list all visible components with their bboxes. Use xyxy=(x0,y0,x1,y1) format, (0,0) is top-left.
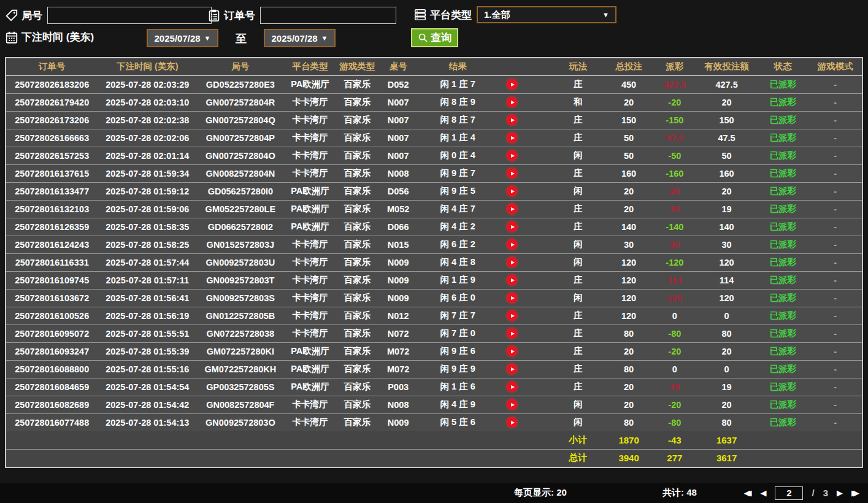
play-video-icon[interactable] xyxy=(507,221,517,232)
cell-play: 庄 xyxy=(551,218,604,236)
order-no-input[interactable] xyxy=(260,7,396,24)
current-page-input[interactable]: 2 xyxy=(775,486,803,500)
cell-game-type: 百家乐 xyxy=(336,75,378,93)
play-video-icon[interactable] xyxy=(507,204,517,214)
search-button-wrap: 查询 xyxy=(411,28,458,47)
cell-play: 庄 xyxy=(551,75,604,93)
prev-page-button[interactable]: ◀ xyxy=(760,489,766,497)
cell-total-bet: 80 xyxy=(604,324,653,342)
cell-game-type: 百家乐 xyxy=(336,129,378,147)
play-video-icon[interactable] xyxy=(507,132,517,143)
play-video-icon[interactable] xyxy=(507,186,517,196)
cell-game-mode: - xyxy=(808,307,862,324)
cell-valid-bet: 160 xyxy=(696,164,758,182)
total-total-bet: 3940 xyxy=(604,449,653,467)
date-from-select[interactable]: 2025/07/28 ▼ xyxy=(147,29,218,47)
play-video-icon[interactable] xyxy=(507,79,517,90)
last-page-button[interactable]: ▶▶ xyxy=(851,489,859,497)
cell-total-bet: 50 xyxy=(604,147,653,164)
cell-platform: 卡卡湾厅 xyxy=(284,396,337,413)
cell-total-bet: 20 xyxy=(604,93,653,111)
search-button[interactable]: 查询 xyxy=(411,28,458,47)
play-video-icon[interactable] xyxy=(507,399,517,410)
cell-total-bet: 50 xyxy=(604,129,653,147)
col-bet-time: 下注时间 (美东) xyxy=(98,58,198,75)
page-size-label: 每页显示: 20 xyxy=(514,487,567,499)
cell-payout: -20 xyxy=(653,396,696,413)
date-to-select[interactable]: 2025/07/28 ▼ xyxy=(264,29,336,47)
play-video-icon[interactable] xyxy=(507,239,517,250)
cell-total-bet: 120 xyxy=(604,307,653,324)
play-video-icon[interactable] xyxy=(507,417,517,428)
cell-game-type: 百家乐 xyxy=(336,164,378,182)
cell-bet-time: 2025-07-28 01:56:41 xyxy=(98,289,198,307)
table-body: 250728026183206 2025-07-28 02:03:29 GD05… xyxy=(6,75,862,431)
table-row: 250728026173206 2025-07-28 02:02:38 GN00… xyxy=(6,111,862,129)
cell-game-no: GN0092572803O xyxy=(197,413,284,431)
play-video-icon[interactable] xyxy=(507,346,517,356)
cell-order-id: 250728016095072 xyxy=(6,324,98,342)
cell-game-type: 百家乐 xyxy=(336,111,378,129)
cell-payout: 427.5 xyxy=(653,75,696,93)
play-video-icon[interactable] xyxy=(507,115,517,125)
play-video-icon[interactable] xyxy=(507,310,517,321)
cell-game-type: 百家乐 xyxy=(336,93,378,111)
cell-status: 已派彩 xyxy=(757,111,808,129)
cell-play: 庄 xyxy=(551,307,604,324)
cell-platform: 卡卡湾厅 xyxy=(284,271,337,289)
cell-status: 已派彩 xyxy=(757,200,808,218)
cell-play: 庄 xyxy=(551,111,604,129)
play-video-icon[interactable] xyxy=(507,382,517,392)
subtotal-valid-bet: 1637 xyxy=(696,431,758,449)
cell-game-no: GD052257280E3 xyxy=(197,75,284,93)
col-game-no: 局号 xyxy=(197,58,284,75)
play-video-icon[interactable] xyxy=(507,364,517,374)
play-video-icon[interactable] xyxy=(507,293,517,303)
table-row: 250728016100526 2025-07-28 01:56:19 GN01… xyxy=(6,307,862,324)
cell-game-no: GN0072572804P xyxy=(197,129,284,147)
cell-status: 已派彩 xyxy=(757,147,808,164)
play-video-icon[interactable] xyxy=(507,150,517,161)
col-platform: 平台类型 xyxy=(284,58,337,75)
cell-result: 闲 1 庄 6 xyxy=(418,378,551,396)
cell-valid-bet: 80 xyxy=(696,413,758,431)
cell-status: 已派彩 xyxy=(757,236,808,253)
play-video-icon[interactable] xyxy=(507,257,517,267)
cell-total-bet: 30 xyxy=(604,236,653,253)
cell-table-no: N015 xyxy=(378,236,418,253)
cell-platform: PA欧洲厅 xyxy=(284,218,337,236)
cell-game-type: 百家乐 xyxy=(336,360,378,378)
cell-game-type: 百家乐 xyxy=(336,307,378,324)
cell-result: 闲 9 庄 7 xyxy=(418,164,551,182)
table-header: 订单号 下注时间 (美东) 局号 平台类型 游戏类型 桌号 结果 玩法 总投注 … xyxy=(6,58,862,75)
play-video-icon[interactable] xyxy=(507,275,517,285)
cell-result: 闲 1 庄 9 xyxy=(418,271,551,289)
platform-type-select[interactable]: 1.全部 ▼ xyxy=(477,6,616,23)
cell-result: 闲 1 庄 4 xyxy=(418,129,551,147)
first-page-button[interactable]: ◀◀ xyxy=(743,489,751,497)
cell-play: 庄 xyxy=(551,271,604,289)
cell-valid-bet: 20 xyxy=(696,182,758,200)
cell-table-no: N072 xyxy=(378,324,418,342)
cell-play: 庄 xyxy=(551,360,604,378)
next-page-button[interactable]: ▶ xyxy=(837,489,843,497)
cell-game-mode: - xyxy=(808,129,862,147)
play-video-icon[interactable] xyxy=(507,328,517,339)
game-no-input[interactable] xyxy=(47,7,212,24)
table-row: 250728016116331 2025-07-28 01:57:44 GN00… xyxy=(6,253,862,271)
clipboard-icon xyxy=(207,9,221,22)
cell-play: 闲 xyxy=(551,413,604,431)
cell-platform: PA欧洲厅 xyxy=(284,182,337,200)
cell-play: 闲 xyxy=(551,396,604,413)
cell-platform: PA欧洲厅 xyxy=(284,360,337,378)
cell-game-no: GM052257280LE xyxy=(197,200,284,218)
cell-order-id: 250728016124243 xyxy=(6,236,98,253)
play-video-icon[interactable] xyxy=(507,97,517,107)
cell-game-mode: - xyxy=(808,182,862,200)
cell-payout: 20 xyxy=(653,182,696,200)
table-row: 250728026157253 2025-07-28 02:01:14 GN00… xyxy=(6,147,862,164)
play-video-icon[interactable] xyxy=(507,168,517,179)
cell-game-mode: - xyxy=(808,289,862,307)
cell-order-id: 250728016088800 xyxy=(6,360,98,378)
cell-payout: 0 xyxy=(653,360,696,378)
